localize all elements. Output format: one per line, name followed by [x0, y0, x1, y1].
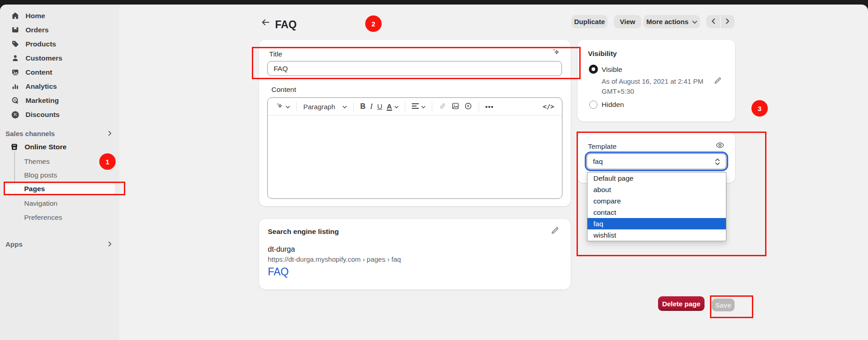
alignment-button[interactable]	[409, 101, 428, 112]
discounts-icon	[11, 110, 20, 119]
title-input[interactable]	[267, 61, 562, 76]
sidebar-item-label: Products	[26, 40, 56, 48]
bold-button[interactable]: B	[358, 101, 368, 112]
toolbar-divider	[479, 101, 479, 112]
sidebar-item-label: Home	[26, 12, 45, 20]
sidebar-item-blog-posts[interactable]: Blog posts	[24, 171, 57, 179]
seo-card: Search engine listing dt-durga https://d…	[259, 219, 571, 289]
more-tools-button[interactable]: •••	[483, 101, 496, 112]
sidebar-item-discounts[interactable]: Discounts	[0, 107, 119, 122]
annotation-circle-3: 3	[751, 100, 768, 117]
hidden-radio-label: Hidden	[602, 101, 624, 109]
visibility-date-line2: GMT+5:30	[602, 87, 634, 95]
code-view-button[interactable]: </>	[541, 101, 557, 112]
seo-url: https://dt-durga.myshopify.com › pages ›…	[268, 255, 401, 263]
prev-page-button[interactable]	[706, 15, 720, 28]
sidebar-item-label: Orders	[26, 26, 49, 34]
duplicate-button[interactable]: Duplicate	[572, 15, 608, 28]
sidebar: Home Orders Products Customers Content A…	[0, 5, 119, 340]
select-updown-icon	[715, 158, 720, 167]
sidebar-item-home[interactable]: Home	[0, 9, 119, 23]
products-icon	[11, 40, 20, 48]
sidebar-item-preferences[interactable]: Preferences	[24, 213, 62, 222]
apps-header: Apps	[5, 240, 23, 248]
home-icon	[11, 11, 20, 20]
chevron-down-icon	[286, 103, 290, 110]
insert-image-button[interactable]	[449, 100, 462, 113]
underline-button[interactable]: U	[375, 101, 384, 112]
seo-page-title-link[interactable]: FAQ	[268, 266, 289, 278]
sidebar-item-orders[interactable]: Orders	[0, 23, 119, 37]
annotation-circle-1: 1	[99, 153, 116, 170]
sidebar-item-navigation[interactable]: Navigation	[24, 199, 57, 208]
next-page-button[interactable]	[721, 15, 735, 28]
paragraph-style-dropdown[interactable]: Paragraph	[301, 101, 349, 112]
sidebar-item-label: Pages	[24, 185, 45, 193]
magic-sparkle-icon	[276, 102, 283, 111]
annotation-circle-2: 2	[365, 15, 382, 32]
rich-text-editor[interactable]: Paragraph B I U A	[267, 97, 562, 199]
template-option-faq[interactable]: faq	[587, 218, 726, 229]
template-option-wishlist[interactable]: wishlist	[587, 229, 726, 241]
template-option-compare[interactable]: compare	[587, 195, 726, 207]
more-actions-button[interactable]: More actions	[643, 15, 700, 28]
content-field-label: Content	[271, 86, 296, 94]
italic-button[interactable]: I	[368, 100, 375, 113]
edit-pencil-icon[interactable]	[714, 76, 722, 86]
image-icon	[451, 102, 460, 112]
chevron-down-icon	[394, 103, 398, 110]
toolbar-divider	[353, 101, 354, 112]
store-icon	[10, 142, 19, 151]
visibility-card-title: Visibility	[588, 50, 617, 58]
seo-card-title: Search engine listing	[268, 228, 339, 236]
edit-pencil-icon[interactable]	[551, 226, 559, 237]
view-button[interactable]: View	[614, 15, 641, 28]
magic-sparkle-button[interactable]	[273, 100, 292, 113]
chevron-right-icon	[725, 18, 730, 25]
visible-radio-label: Visible	[602, 66, 622, 74]
insert-link-button[interactable]	[436, 100, 449, 113]
sidebar-item-content[interactable]: Content	[0, 65, 119, 79]
editor-toolbar: Paragraph B I U A	[268, 98, 562, 116]
sidebar-item-label: Analytics	[26, 82, 57, 91]
template-select[interactable]: faq	[587, 153, 726, 169]
sidebar-item-products[interactable]: Products	[0, 37, 119, 51]
chevron-left-icon	[711, 18, 715, 25]
content-icon	[11, 68, 20, 76]
sidebar-item-marketing[interactable]: Marketing	[0, 93, 119, 107]
chevron-right-icon[interactable]	[107, 241, 113, 249]
customers-icon	[11, 54, 20, 62]
video-play-icon	[464, 102, 472, 112]
editor-body[interactable]	[268, 116, 562, 199]
chevron-right-icon[interactable]	[107, 130, 113, 138]
toolbar-divider	[296, 101, 297, 112]
template-select-value: faq	[593, 157, 603, 166]
title-field-label: Title	[269, 50, 282, 58]
text-color-button[interactable]: A	[384, 101, 400, 112]
template-option-about[interactable]: about	[587, 184, 726, 195]
visibility-card: Visibility Visible As of August 16, 2021…	[577, 40, 735, 122]
toolbar-divider	[432, 101, 432, 112]
sidebar-item-analytics[interactable]: Analytics	[0, 79, 119, 93]
template-option-contact[interactable]: contact	[587, 207, 726, 218]
template-option-default-page[interactable]: Default page	[587, 173, 726, 184]
template-dropdown-list: Default page about compare contact faq w…	[587, 172, 726, 241]
sidebar-item-themes[interactable]: Themes	[24, 157, 50, 166]
sidebar-item-customers[interactable]: Customers	[0, 51, 119, 65]
analytics-icon	[11, 82, 20, 91]
insert-video-button[interactable]	[462, 100, 475, 113]
sidebar-item-pages[interactable]: Pages	[5, 183, 115, 195]
visible-radio[interactable]	[589, 65, 598, 74]
sidebar-item-label: Marketing	[26, 96, 59, 105]
template-card-title: Template	[588, 142, 617, 151]
sidebar-item-label: Content	[26, 68, 52, 76]
preview-eye-icon[interactable]	[715, 141, 725, 152]
page-title: FAQ	[275, 19, 296, 31]
hidden-radio[interactable]	[589, 101, 597, 109]
save-button[interactable]: Save	[712, 299, 735, 311]
delete-page-button[interactable]: Delete page	[658, 296, 705, 311]
topbar	[0, 0, 868, 5]
app-frame: Home Orders Products Customers Content A…	[0, 5, 868, 340]
back-arrow-icon[interactable]	[260, 17, 271, 29]
magic-sparkle-icon[interactable]	[551, 47, 560, 58]
